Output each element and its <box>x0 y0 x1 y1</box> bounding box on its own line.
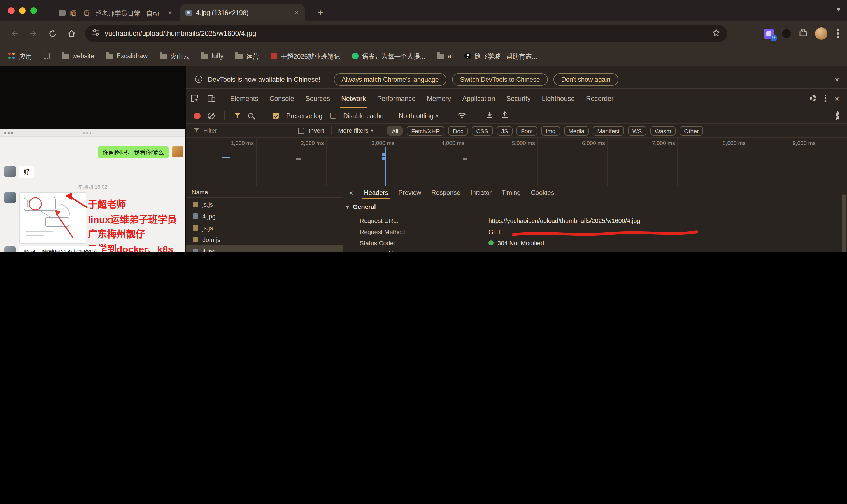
extension-icon[interactable]: 9 <box>763 28 774 39</box>
bookmark-folder-website[interactable]: website <box>61 52 94 59</box>
general-section-header[interactable]: ▼General <box>345 201 376 212</box>
disable-cache-checkbox[interactable] <box>330 112 336 119</box>
dont-show-again-button[interactable]: Don't show again <box>553 73 618 85</box>
chip-doc[interactable]: Doc <box>448 126 468 135</box>
network-settings-gear-icon[interactable] <box>836 111 839 121</box>
bookmark-notes[interactable]: 于超2025就业班笔记 <box>270 51 340 60</box>
profile-avatar[interactable] <box>815 28 827 40</box>
tab-close-icon[interactable]: × <box>167 9 173 17</box>
bookmark-folder-excalidraw[interactable]: Excalidraw <box>106 52 147 59</box>
address-bar[interactable]: yuchaoit.cn/upload/thumbnails/2025/w1600… <box>85 25 727 42</box>
chip-other[interactable]: Other <box>680 126 703 135</box>
chip-all[interactable]: All <box>387 126 403 135</box>
tab-cookies[interactable]: Cookies <box>526 186 559 199</box>
request-row[interactable]: js.js <box>186 222 343 234</box>
tab-timing[interactable]: Timing <box>497 186 526 199</box>
window-scrollbar-thumb[interactable] <box>842 194 846 252</box>
filter-input[interactable]: Filter <box>194 127 294 134</box>
tab-headers[interactable]: Headers <box>359 186 393 199</box>
bookmark-folder-huoshanyun[interactable]: 火山云 <box>159 51 189 60</box>
chevron-down-icon: ▾ <box>436 113 438 119</box>
chip-font[interactable]: Font <box>516 126 537 135</box>
tab-preview[interactable]: Preview <box>393 186 426 199</box>
request-row[interactable]: 4.jpg <box>186 210 343 222</box>
extensions-puzzle-icon[interactable] <box>799 28 808 39</box>
bookmark-grid[interactable] <box>44 53 50 59</box>
tab-recorder[interactable]: Recorder <box>580 89 619 108</box>
network-conditions-icon[interactable] <box>458 112 466 120</box>
invert-label[interactable]: Invert <box>308 127 324 134</box>
bookmark-folder-yunying[interactable]: 运营 <box>235 51 259 60</box>
request-row[interactable]: dom.js <box>186 234 343 245</box>
details-close-icon[interactable]: × <box>343 189 359 196</box>
request-row[interactable]: js.js <box>186 198 343 210</box>
zoom-window-button[interactable] <box>30 7 37 14</box>
chip-js[interactable]: JS <box>497 126 513 135</box>
settings-gear-icon[interactable] <box>810 95 816 101</box>
tab-application[interactable]: Application <box>457 89 500 108</box>
chip-ws[interactable]: WS <box>628 126 647 135</box>
preserve-log-checkbox[interactable] <box>273 112 279 119</box>
minimize-window-button[interactable] <box>19 7 26 14</box>
browser-tab-image[interactable]: 4.jpg (1316×2198) × <box>180 4 305 21</box>
chip-fetch-xhr[interactable]: Fetch/XHR <box>407 126 444 135</box>
new-tab-button[interactable]: + <box>314 6 327 20</box>
bookmark-star-icon[interactable] <box>712 28 720 39</box>
always-match-language-button[interactable]: Always match Chrome's language <box>334 73 447 85</box>
back-icon[interactable] <box>8 27 21 40</box>
request-row-selected[interactable]: 4.jpg <box>186 245 343 252</box>
close-window-button[interactable] <box>8 7 15 14</box>
reload-icon[interactable] <box>46 27 59 40</box>
chip-img[interactable]: Img <box>541 126 560 135</box>
devtools-menu-icon[interactable] <box>825 97 826 99</box>
tab-close-icon[interactable]: × <box>294 9 300 17</box>
tab-search-chevron-icon[interactable]: ▾ <box>837 5 840 14</box>
switch-devtools-chinese-button[interactable]: Switch DevTools to Chinese <box>452 73 548 85</box>
export-har-icon[interactable] <box>501 111 509 120</box>
bookmark-folder-ai[interactable]: ai <box>437 52 453 59</box>
tab-network[interactable]: Network <box>336 89 371 108</box>
chip-media[interactable]: Media <box>564 126 589 135</box>
site-settings-icon[interactable] <box>92 29 100 39</box>
network-overview-timeline[interactable]: 1,000 ms 2,000 ms 3,000 ms 4,000 ms 5,00… <box>186 138 847 186</box>
tab-sources[interactable]: Sources <box>300 89 336 108</box>
inspect-element-icon[interactable] <box>186 94 203 103</box>
tab-initiator[interactable]: Initiator <box>465 186 497 199</box>
device-toolbar-icon[interactable] <box>203 94 219 103</box>
preserve-log-label[interactable]: Preserve log <box>286 112 322 119</box>
throttling-dropdown[interactable]: No throttling▾ <box>399 112 438 119</box>
more-filters-dropdown[interactable]: More filters▾ <box>338 127 373 134</box>
avatar <box>172 146 183 157</box>
invert-checkbox[interactable] <box>298 127 304 133</box>
devtools-close-icon[interactable]: × <box>835 94 839 102</box>
extension-icon[interactable] <box>781 29 792 39</box>
chip-css[interactable]: CSS <box>472 126 493 135</box>
request-list-header[interactable]: Name <box>186 186 343 198</box>
tab-response[interactable]: Response <box>426 186 465 199</box>
bookmark-apps[interactable]: 应用 <box>8 51 32 60</box>
tab-performance[interactable]: Performance <box>371 89 421 108</box>
bookmark-lufei[interactable]: 路飞学城 - 帮助有志... <box>464 51 537 60</box>
bookmark-yuque[interactable]: 语雀，为每一个人提... <box>352 51 425 60</box>
search-icon[interactable] <box>248 113 253 118</box>
infobar-close-icon[interactable]: × <box>835 75 839 83</box>
tab-lighthouse[interactable]: Lighthouse <box>536 89 580 108</box>
record-network-log-icon[interactable] <box>194 112 200 119</box>
tab-security[interactable]: Security <box>501 89 536 108</box>
bookmark-folder-luffy[interactable]: luffy <box>201 52 224 59</box>
browser-menu-icon[interactable] <box>837 33 839 35</box>
clear-network-log-icon[interactable] <box>208 112 214 119</box>
disable-cache-label[interactable]: Disable cache <box>343 112 384 119</box>
browser-tab-chat[interactable]: 晒一晒于超老师学员日常 - 自动 × <box>54 4 178 21</box>
timeline-tick: 4,000 ms <box>431 140 464 146</box>
forward-icon[interactable] <box>27 27 40 40</box>
tab-console[interactable]: Console <box>264 89 300 108</box>
home-icon[interactable] <box>65 27 78 40</box>
chip-wasm[interactable]: Wasm <box>650 126 676 135</box>
tab-memory[interactable]: Memory <box>421 89 457 108</box>
import-har-icon[interactable] <box>486 111 494 120</box>
folder-icon <box>159 53 167 59</box>
tab-elements[interactable]: Elements <box>225 89 264 108</box>
filter-icon[interactable] <box>234 112 241 119</box>
chip-manifest[interactable]: Manifest <box>593 126 624 135</box>
